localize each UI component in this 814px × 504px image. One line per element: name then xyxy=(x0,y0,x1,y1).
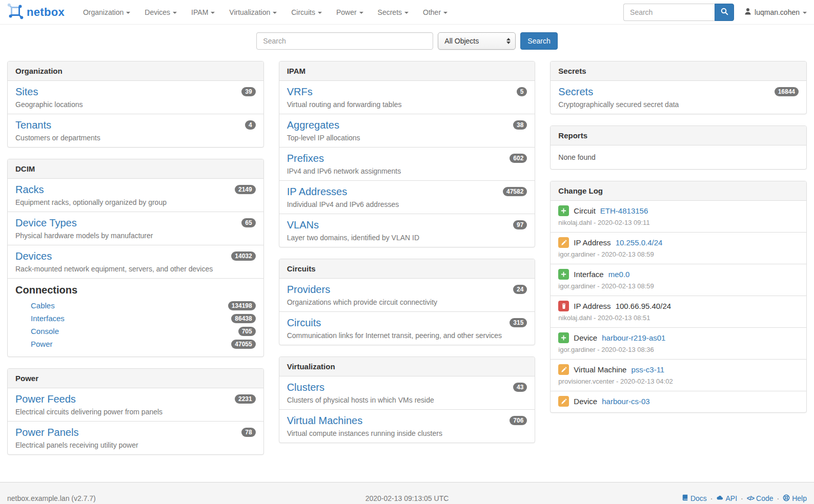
virtual-machines-link[interactable]: Virtual Machines xyxy=(287,414,362,427)
changelog-object-link[interactable]: ETH-4813156 xyxy=(600,206,648,215)
code-label: Code xyxy=(756,494,773,502)
power-feeds-link[interactable]: Power Feeds xyxy=(15,393,76,405)
sites-link[interactable]: Sites xyxy=(15,86,38,98)
item-description: Electrical circuits delivering power fro… xyxy=(15,407,256,416)
item-description: Rack-mounted network equipment, servers,… xyxy=(15,264,256,274)
item-description: Equipment racks, optionally organized by… xyxy=(15,198,256,207)
docs-label: Docs xyxy=(690,494,707,502)
vrfs-link[interactable]: VRFs xyxy=(287,86,313,98)
changelog-entry: Interface me0.0 igor.gardiner - 2020-02-… xyxy=(551,264,806,296)
list-item: Tenants 4 Customers or departments xyxy=(8,114,263,147)
clusters-link[interactable]: Clusters xyxy=(287,381,324,393)
nav-menu-circuits[interactable]: Circuits xyxy=(284,0,329,25)
column-right: Secrets Secrets 16844 Cryptographically … xyxy=(550,61,807,413)
book-icon xyxy=(682,494,688,502)
power-feeds-count-badge: 2231 xyxy=(235,394,256,404)
search-scope-select[interactable]: All Objects xyxy=(438,32,516,50)
edit-icon xyxy=(558,237,569,248)
nav-menu-secrets[interactable]: Secrets xyxy=(371,0,416,25)
item-description: Communication links for Internet transit… xyxy=(287,331,527,340)
help-link[interactable]: Help xyxy=(783,494,807,503)
changelog-meta: igor.gardiner - 2020-02-13 08:36 xyxy=(558,346,799,353)
global-search-bar: All Objects Search xyxy=(0,25,814,58)
reports-empty-text: None found xyxy=(551,145,806,169)
navbar-search-input[interactable] xyxy=(623,4,715,21)
tenants-link[interactable]: Tenants xyxy=(15,119,51,131)
footer-separator: · xyxy=(776,494,781,502)
power-panels-link[interactable]: Power Panels xyxy=(15,426,78,438)
circuits-link[interactable]: Circuits xyxy=(287,317,321,329)
global-search-input[interactable] xyxy=(256,32,433,50)
netbox-logo[interactable]: netbox xyxy=(7,3,65,21)
changelog-object-type: Device xyxy=(574,333,597,342)
panel-ipam: IPAM VRFs 5 Virtual routing and forwardi… xyxy=(279,61,536,247)
global-search-button[interactable]: Search xyxy=(520,32,557,50)
devices-link[interactable]: Devices xyxy=(15,250,52,262)
chevron-down-icon xyxy=(318,12,322,14)
changelog-meta: nikolaj.dahl - 2020-02-13 09:11 xyxy=(558,219,799,226)
nav-menu-organization[interactable]: Organization xyxy=(76,0,137,25)
power-connections-link[interactable]: Power xyxy=(31,340,53,348)
interfaces-link[interactable]: Interfaces xyxy=(31,314,65,323)
changelog-object-link[interactable]: harbour-r219-as01 xyxy=(602,333,665,342)
connections-title: Connections xyxy=(15,284,256,296)
aggregates-link[interactable]: Aggregates xyxy=(287,119,339,131)
providers-link[interactable]: Providers xyxy=(287,283,330,296)
nav-menu-devices[interactable]: Devices xyxy=(137,0,184,25)
device-types-link[interactable]: Device Types xyxy=(15,217,77,229)
changelog-entry: Device harbour-r219-as01 igor.gardiner -… xyxy=(551,328,806,360)
api-link[interactable]: API xyxy=(716,494,737,502)
ip-addresses-count-badge: 47582 xyxy=(503,187,527,196)
list-item: Secrets 16844 Cryptographically secured … xyxy=(551,81,806,114)
top-navbar: netbox Organization Devices IPAM Virtual… xyxy=(0,0,814,25)
changelog-object-link[interactable]: harbour-cs-03 xyxy=(602,397,649,406)
ip-addresses-link[interactable]: IP Addresses xyxy=(287,185,347,198)
changelog-entry: Circuit ETH-4813156 nikolaj.dahl - 2020-… xyxy=(551,201,806,233)
vlans-link[interactable]: VLANs xyxy=(287,219,319,231)
panel-virtualization: Virtualization Clusters 43 Clusters of p… xyxy=(279,356,536,443)
code-link[interactable]: </> Code xyxy=(747,494,774,502)
console-link[interactable]: Console xyxy=(31,327,59,335)
power-panels-count-badge: 78 xyxy=(241,428,255,437)
changelog-object-link[interactable]: pss-c3-11 xyxy=(631,365,664,374)
panel-circuits: Circuits Providers 24 Organizations whic… xyxy=(279,259,536,345)
list-item: Racks 2149 Equipment racks, optionally o… xyxy=(8,179,263,212)
cables-link[interactable]: Cables xyxy=(31,301,55,310)
footer-hostname-version: netbox.example.lan (v2.7.7) xyxy=(7,494,96,502)
chevron-down-icon xyxy=(404,12,409,14)
docs-link[interactable]: Docs xyxy=(682,494,707,502)
nav-menu-virtualization[interactable]: Virtualization xyxy=(222,0,284,25)
nav-menu-label: Circuits xyxy=(291,8,315,16)
chevron-down-icon xyxy=(803,12,807,14)
list-item: VRFs 5 Virtual routing and forwarding ta… xyxy=(279,81,535,114)
changelog-object-link[interactable]: me0.0 xyxy=(608,270,630,279)
edit-icon xyxy=(558,364,569,375)
footer-separator: · xyxy=(709,494,714,502)
sites-count-badge: 39 xyxy=(241,87,255,96)
panel-organization: Organization Sites 39 Geographic locatio… xyxy=(7,61,264,148)
panel-power: Power Power Feeds 2231 Electrical circui… xyxy=(7,368,264,455)
navbar-search-button[interactable] xyxy=(715,4,734,21)
prefixes-count-badge: 602 xyxy=(510,154,527,163)
nav-menu-power[interactable]: Power xyxy=(329,0,371,25)
cloud-icon xyxy=(716,494,723,502)
list-item: Circuits 315 Communication links for Int… xyxy=(279,312,535,345)
secrets-link[interactable]: Secrets xyxy=(558,86,593,98)
racks-link[interactable]: Racks xyxy=(15,183,44,196)
panel-virtualization-title: Virtualization xyxy=(279,357,535,376)
delete-icon xyxy=(558,301,569,311)
user-menu[interactable]: luqman.cohen xyxy=(744,8,807,16)
changelog-meta: provisioner.vcenter - 2020-02-13 04:02 xyxy=(558,377,799,385)
add-icon xyxy=(558,205,569,216)
list-item: Sites 39 Geographic locations xyxy=(8,81,263,114)
list-item: Console 705 xyxy=(15,325,256,338)
list-item: Power Panels 78 Electrical panels receiv… xyxy=(8,422,263,454)
changelog-object-link[interactable]: 10.255.0.4/24 xyxy=(616,238,663,247)
list-item: Devices 14032 Rack-mounted network equip… xyxy=(8,245,263,279)
changelog-object-type: Device xyxy=(574,397,597,406)
providers-count-badge: 24 xyxy=(513,285,527,294)
list-item: Providers 24 Organizations which provide… xyxy=(279,279,535,312)
nav-menu-other[interactable]: Other xyxy=(416,0,455,25)
nav-menu-ipam[interactable]: IPAM xyxy=(184,0,222,25)
prefixes-link[interactable]: Prefixes xyxy=(287,152,324,164)
